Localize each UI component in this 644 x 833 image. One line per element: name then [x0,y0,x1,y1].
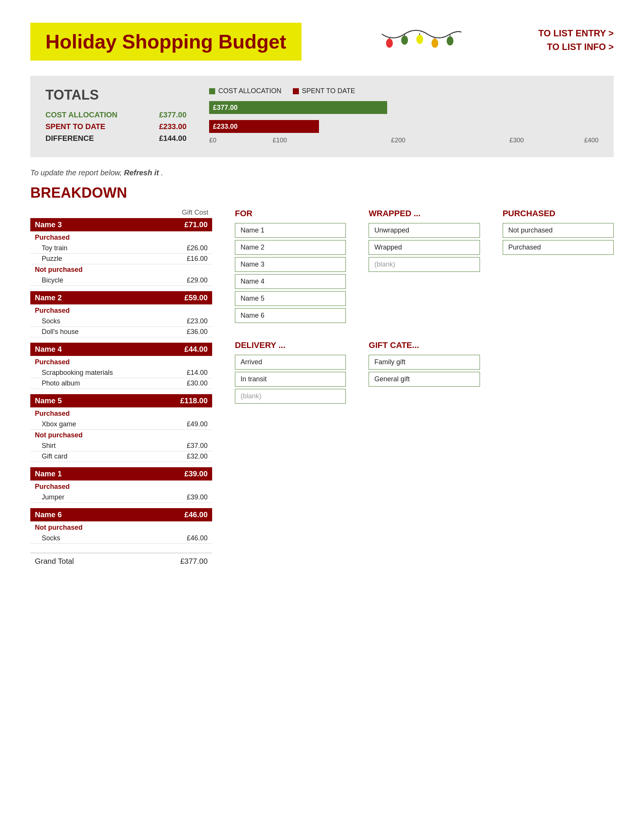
filter-delivery-title: DELIVERY ... [235,340,346,350]
person-row: Name 2£59.00 [30,291,212,304]
filter-for-title: FOR [235,209,346,219]
page-title: Holiday Shopping Budget [45,30,287,53]
legend-cost-allocation: COST ALLOCATION [209,87,281,95]
item-row: Bicycle£29.00 [30,275,212,286]
to-list-info-link[interactable]: TO LIST INFO > [538,42,614,52]
item-row: Jumper£39.00 [30,492,212,503]
axis-400: £400 [576,137,599,144]
item-name: Jumper [42,494,64,501]
cost-allocation-value: £377.00 [159,111,187,119]
filter-wrapped: WRAPPED ... Unwrapped Wrapped (blank) [369,209,480,325]
svg-point-1 [386,39,393,48]
filter-for-name6[interactable]: Name 6 [235,308,346,323]
filter-for-name1[interactable]: Name 1 [235,223,346,238]
filter-for-name4[interactable]: Name 4 [235,274,346,289]
totals-section: TOTALS COST ALLOCATION £377.00 SPENT TO … [30,76,614,157]
filter-wrapped-blank[interactable]: (blank) [369,257,480,272]
person-name: Name 2 [35,293,62,302]
person-total: £46.00 [185,510,208,519]
item-cost: £14.00 [187,369,208,377]
item-row: Scrapbooking materials£14.00 [30,368,212,378]
bar-row-spent-to-date: £233.00 [209,120,599,133]
item-row: Gift card£32.00 [30,451,212,462]
status-row: Purchased [30,357,212,368]
status-row: Not purchased [30,264,212,275]
bar-row-cost-allocation: £377.00 [209,101,599,114]
to-list-entry-link[interactable]: TO LIST ENTRY > [538,28,614,39]
filter-family-gift[interactable]: Family gift [369,355,480,370]
item-row: Puzzle£16.00 [30,254,212,264]
bar-cost-allocation: £377.00 [209,101,387,114]
filter-delivery: DELIVERY ... Arrived In transit (blank) [235,340,346,406]
person-row: Name 4£44.00 [30,343,212,356]
spent-to-date-label: SPENT TO DATE [45,122,144,131]
item-row: Shirt£37.00 [30,441,212,451]
item-cost: £29.00 [187,277,208,285]
legend-spent-to-date-label: SPENT TO DATE [302,87,355,95]
filter-for-name3[interactable]: Name 3 [235,257,346,272]
item-cost: £39.00 [187,494,208,501]
breakdown-table: Gift Cost Name 3£71.00PurchasedToy train… [30,209,212,569]
item-row: Doll's house£36.00 [30,327,212,338]
item-row: Socks£46.00 [30,533,212,544]
filter-for: FOR Name 1 Name 2 Name 3 Name 4 Name 5 N… [235,209,346,325]
spent-to-date-row: SPENT TO DATE £233.00 [45,122,187,131]
header-navigation: TO LIST ENTRY > TO LIST INFO > [538,28,614,55]
item-row: Toy train£26.00 [30,243,212,254]
filter-for-name5[interactable]: Name 5 [235,291,346,306]
item-cost: £30.00 [187,380,208,388]
chart-legend: COST ALLOCATION SPENT TO DATE [209,87,599,95]
person-name: Name 3 [35,220,62,229]
item-name: Doll's house [42,328,79,336]
person-row: Name 3£71.00 [30,218,212,232]
legend-spent-to-date: SPENT TO DATE [293,87,355,95]
filter-purchased-title: PURCHASED [503,209,614,219]
christmas-lights-icon [378,26,461,57]
status-row: Purchased [30,305,212,316]
filter-wrapped-unwrapped[interactable]: Unwrapped [369,223,480,238]
grand-total-value: £377.00 [180,557,208,566]
filter-delivery-blank[interactable]: (blank) [235,389,346,404]
item-row: Socks£23.00 [30,316,212,327]
filter-general-gift[interactable]: General gift [369,372,480,387]
person-name: Name 4 [35,345,62,354]
item-name: Puzzle [42,255,62,263]
item-cost: £16.00 [187,255,208,263]
item-name: Toy train [42,244,68,252]
legend-red-color [293,88,299,94]
svg-point-7 [431,39,438,48]
page-header: Holiday Shopping Budget TO LIST ENTRY > … [30,23,614,61]
item-row: Photo album£30.00 [30,378,212,389]
filter-for-name2[interactable]: Name 2 [235,240,346,255]
filter-in-transit[interactable]: In transit [235,372,346,387]
grand-total-row: Grand Total £377.00 [30,553,212,569]
refresh-note: To update the report below, Refresh it . [30,169,614,177]
item-cost: £32.00 [187,452,208,460]
filter-wrapped-title: WRAPPED ... [369,209,480,219]
item-name: Socks [42,317,60,325]
person-row: Name 6£46.00 [30,508,212,521]
title-box: Holiday Shopping Budget [30,23,301,61]
item-cost: £37.00 [187,442,208,450]
status-row: Purchased [30,232,212,243]
difference-value: £144.00 [159,134,187,143]
person-total: £44.00 [185,345,208,354]
person-row: Name 1£39.00 [30,467,212,481]
filter-arrived[interactable]: Arrived [235,355,346,370]
person-row: Name 5£118.00 [30,394,212,407]
person-total: £59.00 [185,293,208,302]
breakdown-table-header: Gift Cost [30,209,212,217]
difference-label: DIFFERENCE [45,134,144,143]
filters-section: FOR Name 1 Name 2 Name 3 Name 4 Name 5 N… [235,209,614,406]
status-row: Purchased [30,481,212,492]
item-name: Bicycle [42,277,63,285]
item-name: Socks [42,534,60,542]
filter-not-purchased[interactable]: Not purchased [503,223,614,238]
item-row: Xbox game£49.00 [30,419,212,430]
item-name: Xbox game [42,420,76,428]
item-name: Gift card [42,452,68,460]
filter-wrapped-wrapped[interactable]: Wrapped [369,240,480,255]
svg-point-9 [447,36,454,45]
filter-purchased-item[interactable]: Purchased [503,240,614,255]
cost-allocation-row: COST ALLOCATION £377.00 [45,111,187,119]
